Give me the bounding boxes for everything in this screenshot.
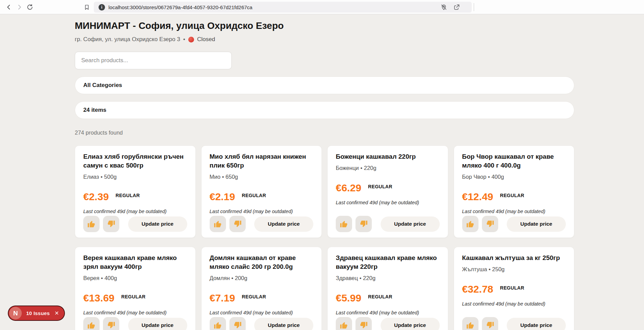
close-issues-badge-button[interactable]: ✕ [54,311,59,316]
chevron-right-icon [16,4,22,10]
browser-chrome: i localhost:3000/stores/0672679a-4fd4-40… [0,0,644,14]
address-bar[interactable]: i localhost:3000/stores/0672679a-4fd4-40… [94,2,472,13]
thumbs-up-icon [213,220,222,228]
last-confirmed-note: Last confirmed 49d (may be outdated) [336,200,440,205]
address-bar-actions [440,3,472,11]
card-actions: Update price [336,216,440,232]
product-card: Домлян кашкавал от краве мляко слайс 200… [201,247,322,330]
thumbs-down-icon [359,220,368,228]
price-type-badge: REGULAR [368,294,392,299]
product-brand-size: Жълтуша • 250g [462,266,566,273]
price-row: €13.69 REGULAR [83,293,187,303]
thumbs-up-icon [466,220,475,228]
price-row: €6.29 REGULAR [336,183,440,193]
product-brand-size: Здравец • 220g [336,275,440,281]
thumbs-down-button[interactable] [103,216,119,232]
reload-icon [27,4,33,11]
thumbs-up-button[interactable] [210,216,226,232]
product-title: Мио хляб бял нарязан книжен плик 650гр [210,152,314,170]
update-price-button[interactable]: Update price [128,318,187,330]
store-subtitle: гр. София, ул. улица Охридско Езеро 3 • … [75,36,574,43]
update-price-button[interactable]: Update price [507,216,566,232]
product-brand-size: Елиаз • 500g [83,174,187,180]
update-price-button[interactable]: Update price [381,318,440,330]
thumbs-up-button[interactable] [462,317,478,330]
page-size-select[interactable]: 24 items [75,101,574,119]
product-brand-size: Бор Чвор • 400g [462,174,566,180]
product-title: Боженци кашкавал 220гр [336,152,440,161]
last-confirmed-note: Last confirmed 49d (may be outdated) [462,301,566,307]
product-card: Кашкавал жълтуша за кг 250гр Жълтуша • 2… [454,247,575,330]
browser-forward-button[interactable] [15,3,23,11]
product-price: €2.39 [83,192,109,202]
product-title: Кашкавал жълтуша за кг 250гр [462,254,566,262]
bookmark-button[interactable] [83,3,91,11]
last-confirmed-note: Last confirmed 49d (may be outdated) [210,310,314,315]
product-price: €32.78 [462,284,493,294]
thumbs-up-button[interactable] [462,216,478,232]
browser-back-button[interactable] [5,3,13,11]
thumbs-down-icon [233,220,242,228]
thumbs-up-button[interactable] [83,317,100,330]
product-card: Боженци кашкавал 220гр Боженци • 220g €6… [327,145,448,238]
search-input[interactable] [75,52,232,69]
url-text[interactable]: localhost:3000/stores/0672679a-4fd4-4057… [108,4,253,10]
product-title: Бор Чвор кашкавал от краве мляко 400 г 4… [462,152,566,170]
thumbs-down-icon [107,321,116,330]
thumbs-down-icon [359,321,368,330]
thumbs-down-icon [486,220,494,228]
update-price-button[interactable]: Update price [254,318,313,330]
price-row: €7.19 REGULAR [210,293,314,303]
thumbs-down-button[interactable] [482,317,498,330]
thumbs-up-icon [340,321,348,330]
browser-reload-button[interactable] [26,3,34,11]
update-price-button[interactable]: Update price [381,216,440,232]
product-price: €7.19 [210,293,235,303]
card-actions: Update price [210,216,314,232]
update-price-button[interactable]: Update price [254,216,313,232]
store-status: Closed [197,36,215,43]
price-type-badge: REGULAR [242,193,266,198]
thumbs-up-button[interactable] [210,317,226,330]
price-type-badge: REGULAR [242,294,266,299]
thumbs-up-button[interactable] [336,216,352,232]
update-price-button[interactable]: Update price [128,216,187,232]
product-brand-size: Домлян • 200g [210,275,314,281]
price-type-badge: REGULAR [121,294,145,299]
thumbs-down-button[interactable] [482,216,498,232]
card-actions: Update price [336,317,440,330]
location-blocked-button[interactable] [440,3,448,11]
price-type-badge: REGULAR [116,193,140,198]
product-title: Здравец кашкавал краве мляко вакуум 220г… [336,254,440,271]
last-confirmed-note: Last confirmed 49d (may be outdated) [83,310,187,315]
price-type-badge: REGULAR [500,193,524,198]
site-info-icon[interactable]: i [99,4,105,11]
price-row: €32.78 REGULAR [462,284,566,294]
content-container: МИНИМАРТ - София, улица Охридско Езеро г… [75,20,574,330]
product-brand-size: Мио • 650g [210,174,314,180]
thumbs-down-button[interactable] [355,317,372,330]
thumbs-up-button[interactable] [83,216,100,232]
product-price: €13.69 [83,293,115,303]
thumbs-down-button[interactable] [355,216,372,232]
price-row: €12.49 REGULAR [462,192,566,202]
last-confirmed-note: Last confirmed 49d (may be outdated) [462,209,566,214]
thumbs-down-icon [233,321,242,330]
thumbs-down-button[interactable] [229,317,246,330]
update-price-button[interactable]: Update price [507,318,566,330]
category-select[interactable]: All Categories [75,76,574,94]
dev-issues-badge[interactable]: N 10 Issues ✕ [8,306,65,321]
store-address: гр. София, ул. улица Охридско Езеро 3 [75,36,180,43]
product-card: Верея кашкавал краве мляко зрял вакуум 4… [75,247,196,330]
store-page: МИНИМАРТ - София, улица Охридско Езеро г… [0,14,644,330]
product-card: Бор Чвор кашкавал от краве мляко 400 г 4… [454,145,575,238]
thumbs-down-button[interactable] [103,317,119,330]
thumbs-down-icon [107,220,116,228]
thumbs-up-icon [213,321,222,330]
thumbs-up-button[interactable] [336,317,352,330]
results-count: 274 products found [75,129,574,136]
thumbs-up-icon [87,220,96,228]
thumbs-down-icon [486,321,494,330]
share-button[interactable] [453,3,461,11]
thumbs-down-button[interactable] [229,216,246,232]
